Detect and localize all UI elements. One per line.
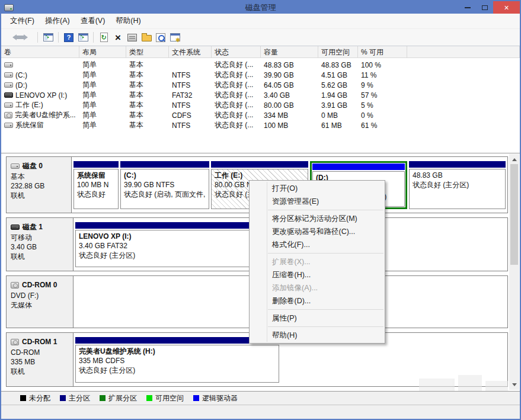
col-type[interactable]: 类型 xyxy=(126,46,169,57)
menu-explorer[interactable]: 资源管理器(E) xyxy=(250,195,385,208)
cdrom0-drive: DVD (F:) xyxy=(11,291,71,300)
disk1-label[interactable]: 磁盘 1 可移动 3.40 GB 联机 xyxy=(7,218,73,271)
vertical-scrollbar[interactable] xyxy=(509,154,519,390)
partition-system-reserved[interactable]: 系统保留 100 MB N 状态良好 xyxy=(73,161,119,209)
col-filler xyxy=(407,46,520,57)
forward-icon[interactable] xyxy=(21,31,34,43)
cd-icon xyxy=(4,112,12,118)
col-free-space[interactable]: 可用空间 xyxy=(318,46,358,57)
disc-icon xyxy=(11,339,19,345)
legend-primary: 主分区 xyxy=(60,393,90,403)
partition-c[interactable]: (C:) 39.90 GB NTFS 状态良好 (启动, 页面文件, xyxy=(120,161,209,209)
menu-file[interactable]: 文件(F) xyxy=(5,14,40,28)
partition-lenovo-xp[interactable]: LENOVO XP (I:) 3.40 GB FAT32 状态良好 (主分区) xyxy=(75,222,251,267)
disk1-status: 联机 xyxy=(11,252,71,261)
partition-unnamed[interactable]: 48.83 GB 状态良好 (主分区) xyxy=(409,161,506,209)
cdrom1-status: 联机 xyxy=(11,367,71,376)
partition-wanmeizhe-h[interactable]: 完美者U盘维护系统 (H:) 335 MB CDFS 状态良好 (主分区) xyxy=(75,337,279,383)
menu-open[interactable]: 打开(O) xyxy=(250,182,385,195)
col-filesystem[interactable]: 文件系统 xyxy=(169,46,212,57)
disk0-size: 232.88 GB xyxy=(11,181,69,191)
menu-separator xyxy=(268,210,383,210)
help-icon[interactable]: ? xyxy=(62,31,75,43)
menu-format[interactable]: 格式化(F)... xyxy=(250,238,385,251)
toolbar-separator xyxy=(93,32,94,43)
menu-extend-volume: 扩展卷(X)... xyxy=(250,255,385,268)
maximize-button[interactable] xyxy=(476,1,493,14)
settings-icon[interactable] xyxy=(168,31,181,43)
volume-row-d[interactable]: (D:) 简单基本 NTFS状态良好 (... 64.05 GB5.62 GB … xyxy=(1,80,520,90)
drive-icon xyxy=(4,82,13,88)
col-capacity[interactable]: 容量 xyxy=(261,46,318,57)
refresh-icon[interactable]: ↻ xyxy=(97,31,110,43)
menu-separator xyxy=(268,253,383,254)
cdrom1-type: CD-ROM xyxy=(11,348,71,357)
show-console-tree-icon[interactable] xyxy=(41,31,55,43)
cdrom0-label[interactable]: CD-ROM 0 DVD (F:) 无媒体 xyxy=(7,276,73,328)
col-layout[interactable]: 布局 xyxy=(79,46,126,57)
context-menu: 打开(O) 资源管理器(E) 将分区标记为活动分区(M) 更改驱动器号和路径(C… xyxy=(249,180,385,344)
disk0-label[interactable]: 磁盘 0 基本 232.88 GB 联机 xyxy=(7,157,72,213)
col-status[interactable]: 状态 xyxy=(212,46,261,57)
menu-help[interactable]: 帮助(H) xyxy=(110,14,146,28)
properties-icon[interactable] xyxy=(126,31,139,43)
toolbar-separator xyxy=(37,32,38,43)
legend-swatch xyxy=(60,395,66,401)
menu-delete-volume[interactable]: 删除卷(D)... xyxy=(250,294,385,307)
partition-color-bar xyxy=(312,163,405,170)
find-icon[interactable] xyxy=(154,31,167,43)
menu-help[interactable]: 帮助(H) xyxy=(250,329,385,342)
disk-management-window: 磁盘管理 × 文件(F) 操作(A) 查看(V) 帮助(H) ? ↻ × 卷 布 xyxy=(0,0,521,420)
menu-change-letter[interactable]: 更改驱动器号和路径(C)... xyxy=(250,225,385,238)
legend-swatch xyxy=(193,395,199,401)
minimize-button[interactable] xyxy=(459,1,476,14)
menu-action[interactable]: 操作(A) xyxy=(40,14,75,28)
bottom-strip xyxy=(1,405,520,419)
legend-swatch xyxy=(20,395,26,401)
disc-icon xyxy=(11,282,19,288)
menu-view[interactable]: 查看(V) xyxy=(75,14,111,28)
volume-table-header: 卷 布局 类型 文件系统 状态 容量 可用空间 % 可用 xyxy=(1,46,520,58)
toolbar: ? ↻ × xyxy=(1,29,520,46)
open-folder-icon[interactable] xyxy=(140,31,153,43)
disk1-type: 可移动 xyxy=(11,233,71,242)
legend-swatch xyxy=(146,395,152,401)
back-icon[interactable] xyxy=(7,31,20,43)
volume-row-e[interactable]: 工作 (E:) 简单基本 NTFS状态良好 (... 80.00 GB3.91 … xyxy=(1,100,520,110)
cdrom1-size: 335 MB xyxy=(11,357,71,367)
volume-row-wanmeizhe[interactable]: 完美者U盘维护系... 简单基本 CDFS状态良好 (... 334 MB0 M… xyxy=(1,110,520,120)
legend-extended: 扩展分区 xyxy=(100,393,137,403)
volume-row-system-reserved[interactable]: 系统保留 简单基本 NTFS状态良好 (... 100 MB61 MB 61 % xyxy=(1,120,520,130)
col-pct-free[interactable]: % 可用 xyxy=(358,46,407,57)
scrollbar-thumb[interactable] xyxy=(510,164,518,265)
legend-unallocated: 未分配 xyxy=(20,393,50,403)
drive-icon xyxy=(4,123,13,128)
volume-row-unnamed[interactable]: 简单基本 状态良好 (... 48.83 GB48.83 GB 100 % xyxy=(1,60,520,70)
menu-shrink-volume[interactable]: 压缩卷(H)... xyxy=(250,268,385,281)
legend-logical-drive: 逻辑驱动器 xyxy=(193,393,238,403)
delete-icon[interactable]: × xyxy=(111,31,124,43)
menu-separator xyxy=(268,309,383,310)
menu-separator xyxy=(268,326,383,327)
volume-row-c[interactable]: (C:) 简单基本 NTFS状态良好 (... 39.90 GB4.51 GB … xyxy=(1,70,520,80)
disk1-size: 3.40 GB xyxy=(11,242,71,252)
partition-color-bar xyxy=(409,161,506,168)
drive-icon xyxy=(4,92,13,98)
cdrom1-label[interactable]: CD-ROM 1 CD-ROM 335 MB 联机 xyxy=(7,333,73,386)
col-volume[interactable]: 卷 xyxy=(1,46,79,57)
window-title: 磁盘管理 xyxy=(1,2,520,13)
scroll-up-icon[interactable] xyxy=(509,154,519,164)
toolbar-separator xyxy=(58,32,59,43)
menu-properties[interactable]: 属性(P) xyxy=(250,312,385,325)
disk-icon xyxy=(11,225,20,230)
scroll-down-icon[interactable] xyxy=(509,380,519,390)
volume-row-lenovo-xp[interactable]: LENOVO XP (I:) 简单基本 FAT32状态良好 (... 3.40 … xyxy=(1,90,520,100)
show-action-pane-icon[interactable] xyxy=(76,31,90,43)
drive-icon xyxy=(4,62,13,68)
partition-color-bar xyxy=(211,161,308,168)
legend-bar: 未分配 主分区 扩展分区 可用空间 逻辑驱动器 xyxy=(1,391,520,405)
drive-icon xyxy=(4,102,13,108)
close-button[interactable]: × xyxy=(493,1,520,14)
menu-mark-active[interactable]: 将分区标记为活动分区(M) xyxy=(250,212,385,225)
partition-color-bar xyxy=(120,161,209,168)
